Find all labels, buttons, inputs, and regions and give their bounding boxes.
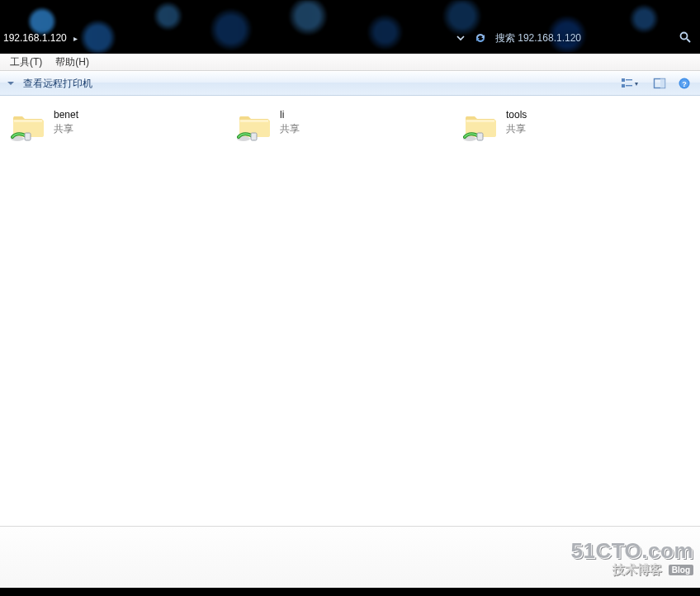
svg-point-0 (681, 32, 688, 39)
item-subtitle: 共享 (506, 122, 527, 136)
item-subtitle: 共享 (280, 122, 300, 136)
chevron-down-icon[interactable] (456, 33, 466, 43)
organize-button[interactable] (5, 78, 17, 89)
help-button[interactable]: ? (674, 74, 695, 92)
svg-rect-4 (622, 84, 625, 88)
menu-help[interactable]: 帮助(H) (49, 54, 96, 71)
share-item-li[interactable]: li 共享 (233, 106, 439, 145)
menu-tools[interactable]: 工具(T) (3, 54, 49, 71)
preview-pane-button[interactable] (649, 74, 670, 92)
svg-rect-3 (626, 79, 632, 80)
view-remote-printers-button[interactable]: 查看远程打印机 (23, 77, 92, 91)
address-row: 192.168.1.120 ▸ 搜索 192.168.1.120 (0, 27, 700, 54)
breadcrumb-arrow-icon[interactable]: ▸ (73, 34, 78, 43)
refresh-icon[interactable] (474, 31, 487, 45)
svg-rect-7 (660, 79, 665, 88)
toolbar: 查看远程打印机 ▾ ? (0, 71, 700, 96)
shared-folder-icon (11, 108, 45, 143)
item-name: tools (506, 108, 527, 122)
help-icon: ? (678, 77, 691, 90)
svg-line-1 (687, 39, 690, 42)
items-grid: benet 共享 li (7, 106, 693, 145)
preview-pane-icon (653, 77, 666, 90)
view-options-button[interactable]: ▾ (612, 74, 646, 92)
svg-rect-5 (626, 85, 632, 86)
search-placeholder: 搜索 192.168.1.120 (495, 31, 581, 45)
shared-folder-icon (463, 108, 498, 143)
menubar: 工具(T) 帮助(H) (0, 54, 700, 71)
breadcrumb-path[interactable]: 192.168.1.120 (3, 32, 67, 44)
titlebar-right-icons (456, 31, 487, 45)
item-name: benet (54, 108, 78, 122)
content-area[interactable]: benet 共享 li (0, 96, 700, 527)
share-item-benet[interactable]: benet 共享 (7, 106, 213, 145)
details-pane (0, 527, 700, 596)
svg-text:?: ? (682, 80, 687, 88)
view-options-icon (621, 77, 634, 90)
titlebar: 192.168.1.120 ▸ 搜索 192.168.1.120 (0, 0, 700, 54)
chevron-down-icon: ▾ (635, 80, 638, 88)
svg-rect-12 (25, 133, 31, 140)
svg-rect-14 (251, 133, 257, 140)
item-name: li (280, 108, 300, 122)
svg-rect-2 (622, 78, 625, 82)
shared-folder-icon (237, 108, 272, 143)
svg-rect-16 (477, 133, 483, 140)
item-subtitle: 共享 (54, 122, 78, 136)
bottom-border (0, 588, 700, 596)
share-item-tools[interactable]: tools 共享 (459, 106, 665, 145)
search-box[interactable]: 搜索 192.168.1.120 (495, 31, 692, 46)
search-icon[interactable] (679, 31, 692, 46)
